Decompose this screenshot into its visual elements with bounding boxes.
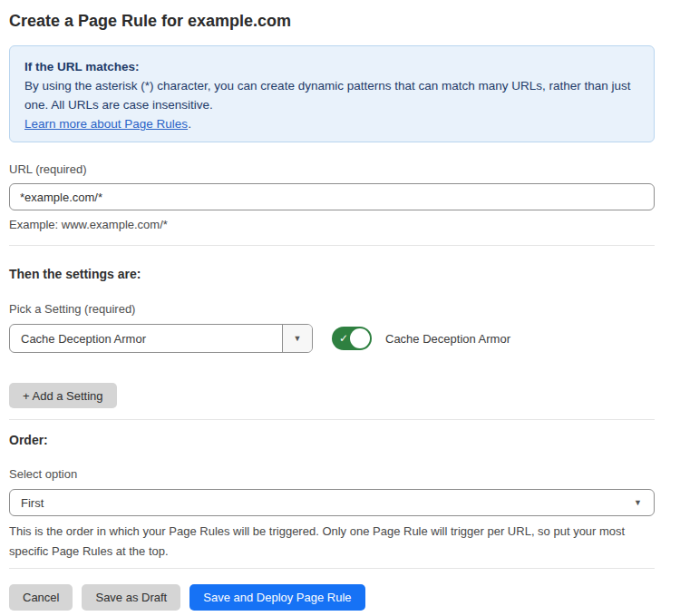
- save-as-draft-button[interactable]: Save as Draft: [82, 584, 180, 611]
- setting-select-arrow-button[interactable]: ▼: [282, 325, 312, 352]
- setting-select-value: Cache Deception Armor: [10, 332, 282, 346]
- setting-picker-label: Pick a Setting (required): [9, 302, 655, 317]
- divider: [9, 568, 655, 569]
- setting-toggle[interactable]: ✓: [332, 327, 372, 350]
- caret-down-icon: ▼: [634, 499, 654, 507]
- setting-select[interactable]: Cache Deception Armor ▼: [9, 324, 313, 353]
- url-input[interactable]: [9, 183, 655, 210]
- info-box-link-line: Learn more about Page Rules.: [24, 114, 639, 133]
- divider: [9, 245, 655, 246]
- learn-more-link[interactable]: Learn more about Page Rules: [24, 117, 188, 131]
- cancel-button[interactable]: Cancel: [9, 584, 73, 611]
- order-select-label: Select option: [9, 467, 655, 482]
- order-section-heading: Order:: [9, 433, 655, 448]
- order-select[interactable]: First ▼: [9, 489, 655, 516]
- page-title: Create a Page Rule for example.com: [9, 11, 655, 31]
- url-field-label: URL (required): [9, 162, 655, 177]
- setting-toggle-label: Cache Deception Armor: [385, 332, 510, 346]
- divider: [9, 419, 655, 420]
- url-field-helper: Example: www.example.com/*: [9, 216, 655, 234]
- setting-row: Cache Deception Armor ▼ ✓ Cache Deceptio…: [9, 324, 655, 353]
- link-suffix: .: [188, 117, 191, 131]
- toggle-knob: [350, 328, 370, 348]
- page-rule-form: Create a Page Rule for example.com If th…: [0, 0, 680, 611]
- caret-down-icon: ▼: [294, 335, 302, 343]
- settings-section-heading: Then the settings are:: [9, 267, 655, 282]
- save-and-deploy-button[interactable]: Save and Deploy Page Rule: [189, 584, 364, 611]
- order-select-value: First: [10, 496, 634, 510]
- add-setting-button[interactable]: + Add a Setting: [9, 383, 117, 408]
- order-helper: This is the order in which your Page Rul…: [9, 522, 655, 562]
- url-match-info-box: If the URL matches: By using the asteris…: [9, 45, 655, 142]
- check-icon: ✓: [339, 333, 348, 344]
- info-box-heading: If the URL matches:: [24, 57, 639, 76]
- footer-actions: Cancel Save as Draft Save and Deploy Pag…: [9, 584, 655, 611]
- info-box-body: By using the asterisk (*) character, you…: [24, 76, 639, 114]
